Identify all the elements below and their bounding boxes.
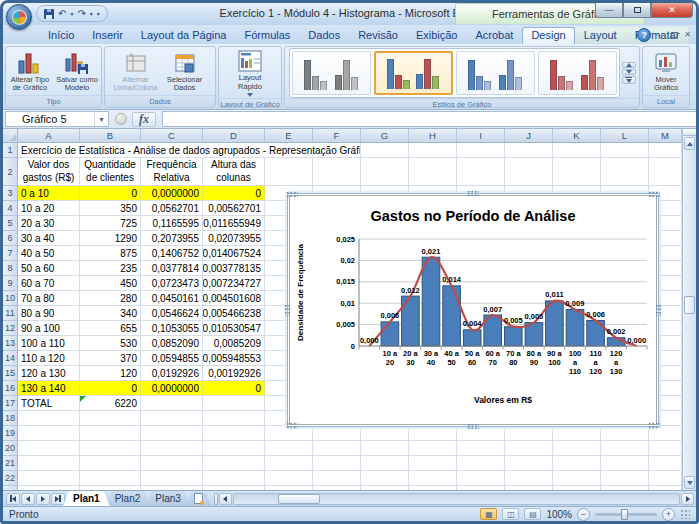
cell-A6[interactable]: 30 a 40: [18, 231, 80, 246]
cell-F21[interactable]: [313, 456, 361, 471]
cell-D17[interactable]: [203, 396, 265, 411]
column-header-H[interactable]: H: [409, 129, 457, 143]
cell-B23[interactable]: [80, 486, 141, 490]
ribbon-tab-inserir[interactable]: Inserir: [83, 27, 132, 44]
cell-E21[interactable]: [265, 456, 313, 471]
cell-L23[interactable]: [601, 486, 649, 490]
cell-A11[interactable]: 80 a 90: [18, 306, 80, 321]
cell-B21[interactable]: [80, 456, 141, 471]
cell-C22[interactable]: [141, 471, 203, 486]
gallery-more-icon[interactable]: [622, 76, 636, 85]
cell-A18[interactable]: [18, 411, 80, 426]
page-break-view-icon[interactable]: ▤: [524, 508, 541, 520]
column-header-C[interactable]: C: [141, 129, 203, 143]
ribbon-tab-exibição[interactable]: Exibição: [407, 27, 467, 44]
cell-D11[interactable]: 0,005466238: [203, 306, 265, 321]
row-header-11[interactable]: 11: [3, 306, 18, 321]
cell-L20[interactable]: [601, 441, 649, 456]
split-handle[interactable]: [683, 129, 696, 136]
minimize-button[interactable]: —: [595, 3, 623, 18]
save-icon[interactable]: [44, 9, 54, 19]
cell-D21[interactable]: [203, 456, 265, 471]
cell-K23[interactable]: [553, 486, 601, 490]
zoom-out-icon[interactable]: −: [577, 508, 590, 521]
cell-B11[interactable]: 340: [80, 306, 141, 321]
row-header-16[interactable]: 16: [3, 381, 18, 396]
cell-A19[interactable]: [18, 426, 80, 441]
chart-handle[interactable]: [286, 191, 298, 198]
cell-M20[interactable]: [649, 441, 682, 456]
cell-C5[interactable]: 0,1165595: [141, 216, 203, 231]
cell-A23[interactable]: [18, 486, 80, 490]
workbook-minimize-icon[interactable]: —: [657, 31, 665, 39]
cell-B12[interactable]: 655: [80, 321, 141, 336]
cell-H21[interactable]: [409, 456, 457, 471]
gallery-scroll-up-icon[interactable]: [622, 62, 636, 68]
cell-M1[interactable]: [649, 143, 682, 158]
cell-M23[interactable]: [649, 486, 682, 490]
cell-C8[interactable]: 0,0377814: [141, 261, 203, 276]
cell-J21[interactable]: [505, 456, 553, 471]
cell-E22[interactable]: [265, 471, 313, 486]
cell-D7[interactable]: 0,014067524: [203, 246, 265, 261]
cell-A21[interactable]: [18, 456, 80, 471]
horizontal-scroll-thumb[interactable]: [278, 494, 320, 504]
cell-D8[interactable]: 0,003778135: [203, 261, 265, 276]
cell-B5[interactable]: 725: [80, 216, 141, 231]
normal-view-icon[interactable]: ▦: [480, 508, 497, 520]
chart-object[interactable]: Gastos no Período de Análise00,0050,010,…: [287, 193, 659, 427]
cell-K20[interactable]: [553, 441, 601, 456]
restore-button[interactable]: [623, 3, 651, 18]
cell-D2[interactable]: Altura das colunas: [203, 158, 265, 186]
insert-function-icon[interactable]: fx: [132, 112, 156, 127]
cell-H1[interactable]: [409, 143, 457, 158]
cell-E2[interactable]: [265, 158, 313, 186]
cell-C23[interactable]: [141, 486, 203, 490]
move-chart-button[interactable]: Mover Gráfico: [644, 50, 688, 94]
scroll-right-icon[interactable]: [681, 493, 694, 505]
cell-C2[interactable]: Frequência Relativa: [141, 158, 203, 186]
cell-B17[interactable]: 6220: [80, 396, 141, 411]
row-header-22[interactable]: 22: [3, 471, 18, 486]
cell-D15[interactable]: 0,00192926: [203, 366, 265, 381]
column-header-L[interactable]: L: [601, 129, 649, 143]
switch-row-column-button[interactable]: Alternar Linha/Coluna: [112, 50, 160, 94]
cell-A16[interactable]: 130 a 140: [18, 381, 80, 396]
cell-A3[interactable]: 0 a 10: [18, 186, 80, 201]
row-header-17[interactable]: 17: [3, 396, 18, 411]
cell-C19[interactable]: [141, 426, 203, 441]
cell-C10[interactable]: 0,0450161: [141, 291, 203, 306]
ribbon-tab-layout-da-página[interactable]: Layout da Página: [132, 27, 236, 44]
horizontal-scrollbar[interactable]: [214, 492, 694, 505]
row-header-10[interactable]: 10: [3, 291, 18, 306]
zoom-slider-thumb[interactable]: [621, 509, 628, 520]
cell-B9[interactable]: 450: [80, 276, 141, 291]
vertical-scroll-track[interactable]: [684, 151, 695, 475]
cell-J22[interactable]: [505, 471, 553, 486]
row-header-9[interactable]: 9: [3, 276, 18, 291]
column-header-I[interactable]: I: [457, 129, 505, 143]
cell-A10[interactable]: 70 a 80: [18, 291, 80, 306]
cell-B20[interactable]: [80, 441, 141, 456]
cell-C11[interactable]: 0,0546624: [141, 306, 203, 321]
sheet-tab-plan1[interactable]: Plan1: [63, 491, 110, 506]
cell-D4[interactable]: 0,00562701: [203, 201, 265, 216]
cell-D10[interactable]: 0,004501608: [203, 291, 265, 306]
cell-B7[interactable]: 875: [80, 246, 141, 261]
cell-D20[interactable]: [203, 441, 265, 456]
select-all-corner[interactable]: [3, 129, 18, 143]
undo-icon[interactable]: ↶: [58, 9, 66, 19]
cell-D12[interactable]: 0,010530547: [203, 321, 265, 336]
chart-handle[interactable]: [284, 304, 291, 316]
cell-K21[interactable]: [553, 456, 601, 471]
cell-A9[interactable]: 60 a 70: [18, 276, 80, 291]
help-icon[interactable]: ?: [637, 28, 651, 42]
cell-E23[interactable]: [265, 486, 313, 490]
cell-J23[interactable]: [505, 486, 553, 490]
column-header-J[interactable]: J: [505, 129, 553, 143]
cell-A15[interactable]: 120 a 130: [18, 366, 80, 381]
cell-M2[interactable]: [649, 158, 682, 186]
column-header-F[interactable]: F: [313, 129, 361, 143]
ribbon-tab-design[interactable]: Design: [522, 27, 574, 44]
next-sheet-icon[interactable]: [36, 493, 50, 505]
